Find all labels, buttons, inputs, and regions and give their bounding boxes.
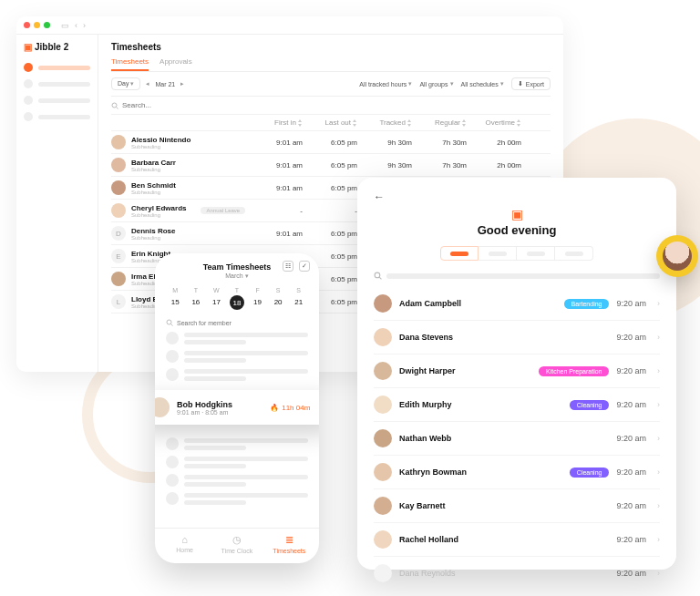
sidebar-item[interactable] <box>24 63 90 72</box>
traffic-lights <box>24 22 50 28</box>
date-cell[interactable]: 17 <box>207 295 226 310</box>
prev-day-icon[interactable]: ◂ <box>146 80 149 87</box>
chevron-right-icon: › <box>657 535 660 544</box>
tab-timesheets[interactable]: Timesheets <box>111 57 149 71</box>
close-dot[interactable] <box>24 22 30 28</box>
filter-schedules[interactable]: All schedules ▾ <box>461 80 504 87</box>
cell-first_in: 9:01 am <box>248 230 303 238</box>
person-subtitle: Subheading <box>131 144 190 149</box>
brand-name: Jibble 2 <box>35 42 68 52</box>
cell-first_in: - <box>248 207 303 215</box>
cell-last_out: 6:05 pm <box>303 161 357 170</box>
range-mode-select[interactable]: Day ▾ <box>111 77 140 90</box>
window-titlebar: ▭ ‹ › <box>16 16 563 35</box>
list-item[interactable]: Nathan Webb9:20 am› <box>374 422 660 456</box>
sidebar-item[interactable] <box>24 96 90 105</box>
activity-badge: Kitchen Preparation <box>539 366 609 376</box>
person-name: Dana Reynolds <box>399 569 609 578</box>
list-item[interactable]: Kathryn BowmanCleaning9:20 am› <box>374 456 660 489</box>
list-item[interactable] <box>166 474 308 487</box>
list-item[interactable]: Adam CampbellBartending9:20 am› <box>374 287 660 321</box>
col-tracked[interactable]: Tracked <box>357 118 412 127</box>
chevron-right-icon: › <box>657 468 660 477</box>
cell-last_out: - <box>303 207 357 215</box>
date-cell[interactable]: 15 <box>166 295 185 310</box>
filter-groups[interactable]: All groups ▾ <box>419 80 453 87</box>
phone-search-input[interactable] <box>177 320 308 326</box>
phone-month-select[interactable]: March ▾ <box>225 272 248 280</box>
date-cell[interactable]: 20 <box>269 295 288 310</box>
list-item[interactable]: Rachel Holland9:20 am› <box>374 523 660 557</box>
nav-timesheets[interactable]: ≣Timesheets <box>263 534 315 554</box>
weekday-labels: MTWTFSS <box>155 283 319 293</box>
segment[interactable] <box>479 246 517 261</box>
next-day-icon[interactable]: ▸ <box>180 80 184 87</box>
segment[interactable] <box>517 246 555 261</box>
person-name: Edith Murphy <box>399 400 562 409</box>
calendar-icon[interactable]: ☷ <box>283 261 293 272</box>
avatar <box>374 328 392 346</box>
avatar <box>374 396 392 414</box>
range-label: Mar 21 <box>155 81 175 87</box>
sort-icon <box>353 119 357 127</box>
weekday-label: M <box>166 287 185 293</box>
cell-first_in: 9:01 am <box>248 184 303 192</box>
date-cell[interactable]: 18 <box>230 295 244 310</box>
floating-avatar[interactable] <box>656 235 698 277</box>
filter-hours[interactable]: All tracked hours ▾ <box>359 80 412 87</box>
nav-label: Home <box>176 547 193 553</box>
avatar <box>374 362 392 380</box>
tab-approvals[interactable]: Approvals <box>160 57 192 71</box>
search-icon <box>166 319 173 326</box>
nav-home[interactable]: ⌂Home <box>159 534 211 554</box>
list-item[interactable] <box>166 368 308 381</box>
col-first-in[interactable]: First in <box>248 118 303 127</box>
cell-last_out: 6:05 pm <box>303 184 357 192</box>
minimize-dot[interactable] <box>34 22 40 28</box>
sidebar-item[interactable] <box>24 79 90 88</box>
time-label: 9:20 am <box>616 501 646 510</box>
list-item[interactable] <box>166 492 308 505</box>
svg-point-2 <box>167 320 171 324</box>
search-input[interactable] <box>122 101 551 109</box>
member-card[interactable]: Bob Hodgkins 9:01 am · 8:05 am 🔥 11h 04m… <box>155 390 319 425</box>
list-item[interactable]: Kay Barnett9:20 am› <box>374 489 660 523</box>
list-item[interactable]: Dana Reynolds9:20 am› <box>374 557 660 590</box>
nav-icon: ◷ <box>211 534 262 546</box>
nav-forward-icon[interactable]: › <box>83 21 86 30</box>
table-row[interactable]: Alessio NintendoSubheading9:01 am6:05 pm… <box>111 131 551 154</box>
date-cell[interactable]: 21 <box>289 295 308 310</box>
time-label: 9:20 am <box>616 535 646 544</box>
col-regular[interactable]: Regular <box>412 118 467 127</box>
list-item[interactable] <box>166 332 308 344</box>
table-row[interactable]: Barbara CarrSubheading9:01 am6:05 pm9h 3… <box>111 154 551 177</box>
tablet-search-placeholder[interactable] <box>386 273 660 279</box>
col-overtime[interactable]: Overtime <box>467 118 521 127</box>
segment[interactable] <box>555 246 593 261</box>
shield-icon[interactable]: ✓ <box>299 261 310 272</box>
logo-mark-icon: ▣ <box>374 207 660 221</box>
sidebar-toggle-icon[interactable]: ▭ <box>61 21 69 30</box>
fullscreen-dot[interactable] <box>44 22 50 28</box>
list-item[interactable]: Edith MurphyCleaning9:20 am› <box>374 388 660 422</box>
nav-time-clock[interactable]: ◷Time Clock <box>211 534 262 554</box>
list-item[interactable] <box>166 437 308 450</box>
export-button[interactable]: ⬇ Export <box>511 77 551 90</box>
list-item[interactable]: Dana Stevens9:20 am› <box>374 321 660 355</box>
brand-logo[interactable]: ▣ Jibble 2 <box>24 42 90 52</box>
back-button[interactable]: ← <box>374 190 660 203</box>
avatar <box>111 158 126 172</box>
col-last-out[interactable]: Last out <box>303 118 357 127</box>
list-item[interactable] <box>166 350 308 363</box>
date-cell[interactable]: 19 <box>248 295 267 310</box>
avatar <box>374 463 392 481</box>
list-item[interactable] <box>166 456 308 468</box>
nav-back-icon[interactable]: ‹ <box>75 21 77 30</box>
segment[interactable] <box>440 246 479 261</box>
date-cell[interactable]: 16 <box>187 295 206 310</box>
chevron-right-icon: › <box>657 569 660 578</box>
list-item[interactable]: Dwight HarperKitchen Preparation9:20 am› <box>374 355 660 388</box>
sidebar-item[interactable] <box>24 112 90 121</box>
avatar <box>111 180 126 195</box>
segmented-control[interactable] <box>440 246 593 261</box>
